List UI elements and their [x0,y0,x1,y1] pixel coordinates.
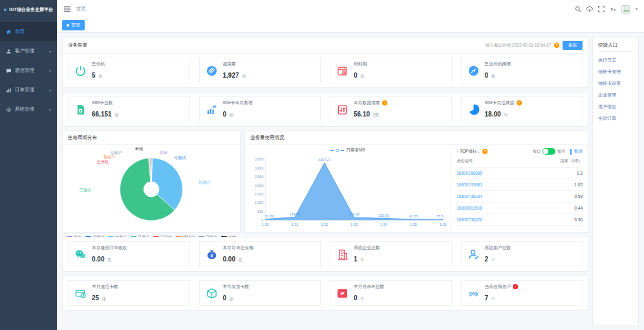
stat-label: 当前在线用户 [485,283,511,290]
sidebar-item-communication[interactable]: 通信管理 ▾ [0,61,57,80]
usage-value: 0.59 [574,194,583,199]
virtual-id-link[interactable]: 16800811508 [456,206,482,210]
top-rank-title: ↑ TOP排行： ? [456,149,488,155]
growth-chart-icon [205,103,219,116]
sidebar-item-customers[interactable]: 客户管理 ▾ [0,41,57,61]
collapse-sidebar-icon[interactable] [63,6,71,12]
quick-link-all-orders[interactable]: 全部订单 [598,115,633,122]
stat-unit: % [504,113,508,117]
sidebar-item-orders[interactable]: 订单管理 ▾ [0,80,57,100]
stat-card-order-amount: ¥ 本月订单总金额 0.00 元 [199,241,321,267]
quick-link-iot-card-mgmt[interactable]: 物联卡管理 [598,69,633,75]
online-signal-icon: ((A)) [467,287,480,300]
stat-label: SIM卡本月新增 [223,100,253,106]
chevron-down-icon: ▾ [49,107,51,112]
stat-card-shipped-cards: 本月发货卡数 0 张 [199,280,321,306]
stat-label: 本月登录IP总数 [354,283,384,290]
donut-label: 已停机 [97,159,109,165]
sidebar-item-label: 通信管理 [15,67,34,74]
refresh-button[interactable]: 刷新 [563,41,583,50]
search-icon[interactable] [575,6,581,12]
bottom-stats-panel-1: 本月微信订单收款 0.00 元 ¥ 本月订单总金额 0.00 元 [62,237,588,272]
stat-value: 0.00 [92,256,104,263]
main-column: 业务告警 统计截止时间 2022-02-11 18:14:17 ? 刷新 [62,37,588,326]
virtual-id-link[interactable]: 16800738234 [456,194,482,199]
stat-value: 0 [223,111,227,118]
col-usage-mb: 用量（MB） [560,159,583,164]
virtual-id-link[interactable]: 16800158685 [456,171,482,175]
usage-value: 0.36 [574,217,583,222]
svg-text:3,000: 3,000 [255,166,263,170]
sim-stats-panel: SIM卡总数 66,151 张 SIM卡本月新增 0 张 [62,92,588,127]
stat-label: 本月发货卡数 [223,283,250,290]
usage-legend-label: 日用量MB [346,148,365,153]
bar-chart-icon [6,87,12,93]
avatar[interactable] [621,5,630,14]
tab-home[interactable]: 首页 [62,20,85,30]
quick-link-user-info[interactable]: 用户信息 [598,104,633,110]
stat-unit: 个 [360,296,365,301]
quick-link-enterprise-mgmt[interactable]: 企业管理 [598,92,633,98]
sidebar-item-system[interactable]: 系统管理 ▾ [0,100,57,119]
sidebar-item-label: 订单管理 [15,87,34,93]
usage-header: 业务量使用情况 [245,131,588,145]
toggle-month-label[interactable]: 按月 [557,149,565,155]
sidebar-item-label: 系统管理 [15,106,34,113]
svg-text:¥: ¥ [210,253,213,258]
stat-label: 本月激活卡数 [92,283,118,290]
stat-card-overuse: 超用量 1,927 张 [199,58,321,83]
help-badge-icon[interactable]: ? [382,100,387,105]
usage-legend[interactable]: 日用量MB [248,146,448,155]
stat-card-enterprises: 系统企业总数 1 个 [330,241,452,267]
bottom-stats-panel-2: 本月激活卡数 25 张 本月发货卡数 0 张 IP 本 [62,276,588,311]
fullscreen-icon[interactable] [598,6,605,12]
navbar-actions: TT ▾ [575,5,638,14]
stat-label: SIM卡总数 [92,100,119,106]
content-area: 业务告警 统计截止时间 2022-02-11 18:14:17 ? 刷新 [57,33,644,330]
top-table-header: 虚拟编号 用量（MB） [456,155,583,168]
stat-card-activated-cards: 本月激活卡数 25 张 [68,280,190,306]
stat-value: 0.00 [223,256,235,263]
virtual-id-link[interactable]: 16800193681 [456,182,482,187]
svg-text:1-23: 1-23 [350,223,358,226]
svg-text:3307.27: 3307.27 [318,158,330,162]
tab-active-dot [67,24,69,27]
stat-unit: 张 [98,74,103,78]
stat-card-expiring: 快到期 0 张 [330,58,452,83]
svg-text:174.06: 174.06 [290,212,300,216]
stat-value: 56.10 [354,111,370,118]
toggle-day-label[interactable]: 按日 [533,149,541,155]
svg-text:41.55: 41.55 [409,214,418,218]
stat-value: 7 [485,294,489,302]
cloud-download-icon[interactable] [586,6,593,12]
alert-badge-icon[interactable]: ! [513,284,518,289]
help-badge-icon[interactable]: ? [554,43,559,48]
stat-card-wechat-income: 本月微信订单收款 0.00 元 [68,241,190,267]
help-badge-icon[interactable]: ? [517,100,522,105]
quick-link-iot-card-settings[interactable]: 物联卡设置 [598,80,633,87]
help-badge-icon[interactable]: ? [482,149,488,154]
message-icon [6,68,12,74]
virtual-id-link[interactable]: 16800736526 [456,217,482,222]
user-check-icon [467,248,480,261]
stat-label: 本月微信订单收款 [92,245,127,251]
stat-label: 已停机 [92,61,105,67]
font-size-icon[interactable]: TT [610,6,616,12]
svg-text:1,000: 1,000 [255,201,263,204]
quick-link-exec-log[interactable]: 执行日志 [598,57,633,63]
data-link[interactable]: 数据 [570,149,583,155]
area-chart: 05001,0001,5002,0002,5003,0003,5001-201-… [248,155,448,231]
alerts-title: 业务告警 [68,42,87,49]
breadcrumb: 首页 [76,6,86,12]
day-month-toggle[interactable] [542,148,555,155]
svg-text:3,500: 3,500 [255,157,263,161]
sidebar-item-home[interactable]: 首页 [0,22,57,41]
chevron-down-icon: ▾ [49,49,51,54]
stat-unit: 张 [230,296,234,301]
user-menu-caret-icon[interactable]: ▾ [635,6,638,12]
main-zone: 首页 TT ▾ 首页 [57,0,644,330]
donut-label: 库存 [160,150,167,156]
app-root: IOT综合业务支撑平台 首页 客户管理 ▾ 通信管理 ▾ 订单管理 ▾ [0,0,644,330]
stat-label: 本月订单总金额 [223,245,254,251]
donut-label: 已激活 [80,188,91,193]
